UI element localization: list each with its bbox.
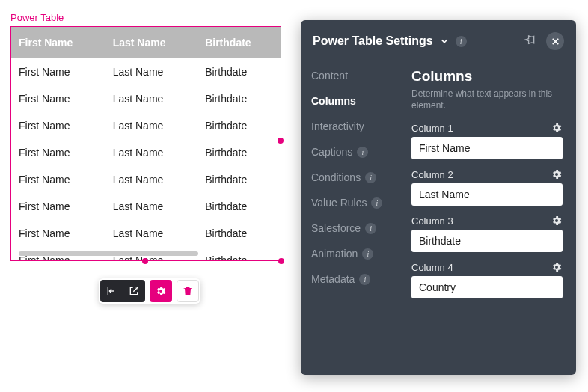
table-cell: First Name [11,139,105,166]
chevron-down-icon[interactable] [439,36,450,46]
info-icon[interactable]: i [357,147,368,158]
table-cell: Birthdate [197,58,281,85]
column-header[interactable]: First Name [11,27,105,58]
column-label: Column 3 [411,215,453,227]
table-cell: Last Name [105,139,198,166]
column-label: Column 4 [411,262,453,273]
table-label: Power Table [10,12,64,23]
info-icon[interactable]: i [365,172,376,183]
table-cell: Last Name [105,58,198,85]
table-cell: Last Name [105,193,198,220]
settings-button[interactable] [150,280,172,302]
info-icon[interactable]: i [456,36,467,47]
table-row[interactable]: First NameLast NameBirthdate [11,58,281,85]
gear-icon[interactable] [551,168,563,180]
table-cell: Birthdate [197,85,281,112]
nav-item-label: Captions [311,146,352,158]
column-config-row: Column 3 [411,215,563,252]
table-cell: Last Name [105,166,198,193]
nav-item-salesforce[interactable]: Salesforcei [311,222,405,234]
nav-item-label: Conditions [311,171,361,183]
table-cell: Last Name [105,112,198,139]
selection-handle-bottom[interactable] [142,258,148,264]
data-table: First NameLast NameBirthdate First NameL… [11,27,281,261]
settings-panel: Power Table Settings i ContentColumnsInt… [301,20,576,375]
info-icon[interactable]: i [371,197,382,209]
nav-item-columns[interactable]: Columns [311,95,405,107]
info-icon[interactable]: i [365,223,376,234]
nav-item-content[interactable]: Content [311,70,405,82]
table-cell: First Name [11,85,105,112]
settings-title: Power Table Settings [313,34,433,48]
nav-item-interactivity[interactable]: Interactivity [311,120,405,132]
gear-icon[interactable] [551,122,563,134]
gear-icon[interactable] [551,215,563,227]
align-button[interactable] [100,280,123,302]
nav-item-label: Value Rules [311,197,367,209]
nav-item-captions[interactable]: Captionsi [311,146,405,158]
columns-subtitle: Determine what text appears in this elem… [411,88,563,111]
table-row[interactable]: First NameLast NameBirthdate [11,193,281,220]
column-input[interactable] [411,183,563,206]
info-icon[interactable]: i [362,248,373,260]
table-cell: First Name [11,193,105,220]
pin-icon[interactable] [519,31,540,52]
nav-item-label: Columns [311,95,356,107]
info-icon[interactable]: i [359,274,370,285]
table-row[interactable]: First NameLast NameBirthdate [11,166,281,193]
nav-item-label: Animation [311,248,358,260]
table-cell: Birthdate [197,139,281,166]
table-cell: Last Name [105,85,198,112]
nav-item-label: Metadata [311,273,355,285]
settings-content: Columns Determine what text appears in t… [405,62,576,375]
nav-item-animation[interactable]: Animationi [311,248,405,260]
nav-item-metadata[interactable]: Metadatai [311,273,405,285]
table-cell: Birthdate [197,112,281,139]
selection-handle-bottom-right[interactable] [278,258,284,264]
nav-item-label: Content [311,70,348,82]
column-input[interactable] [411,230,563,252]
nav-item-label: Interactivity [311,120,364,132]
table-cell: Birthdate [197,220,281,247]
power-table[interactable]: First NameLast NameBirthdate First NameL… [10,26,281,261]
gear-icon[interactable] [551,261,563,273]
nav-item-label: Salesforce [311,222,361,234]
columns-heading: Columns [411,68,563,85]
column-config-row: Column 2 [411,168,563,206]
table-cell: First Name [11,220,105,247]
selection-handle-right[interactable] [278,138,284,144]
open-external-button[interactable] [123,280,145,302]
column-header[interactable]: Last Name [105,27,198,58]
column-header[interactable]: Birthdate [197,27,281,58]
table-cell: First Name [11,112,105,139]
column-input[interactable] [411,137,563,159]
delete-button[interactable] [177,280,199,302]
table-row[interactable]: First NameLast NameBirthdate [11,220,281,247]
table-cell: First Name [11,58,105,85]
column-label: Column 2 [411,169,453,180]
table-cell: Birthdate [197,193,281,220]
table-cell: Last Name [105,220,198,247]
column-config-row: Column 4 [411,261,563,298]
column-config-row: Column 1 [411,122,563,159]
table-cell: First Name [11,166,105,193]
settings-nav: ContentColumnsInteractivityCaptionsiCond… [301,62,405,375]
element-toolbar [99,278,200,304]
horizontal-scrollbar[interactable] [19,251,198,256]
table-row[interactable]: First NameLast NameBirthdate [11,85,281,112]
close-icon[interactable] [546,32,564,50]
table-row[interactable]: First NameLast NameBirthdate [11,139,281,166]
toolbar-group [100,280,145,302]
nav-item-value-rules[interactable]: Value Rulesi [311,197,405,209]
table-cell: Birthdate [197,247,281,261]
table-cell: Birthdate [197,166,281,193]
nav-item-conditions[interactable]: Conditionsi [311,171,405,183]
settings-header: Power Table Settings i [301,20,576,62]
column-label: Column 1 [411,123,453,134]
table-row[interactable]: First NameLast NameBirthdate [11,112,281,139]
column-input[interactable] [411,276,563,298]
